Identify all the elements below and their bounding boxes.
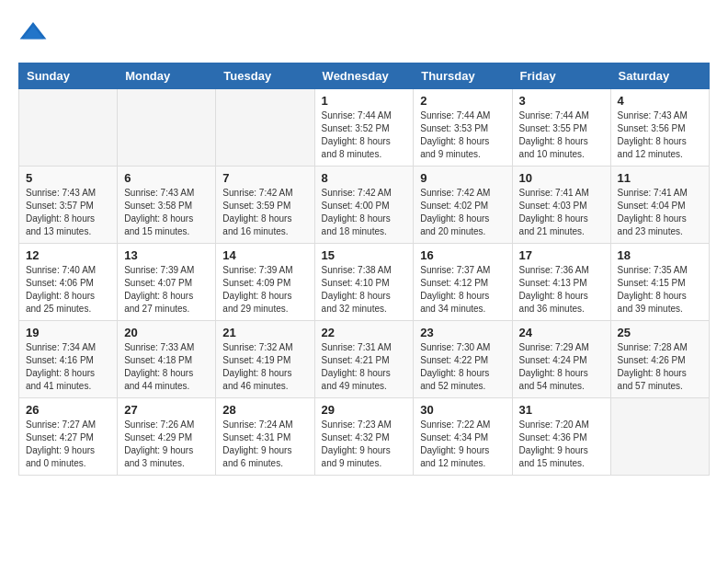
calendar-cell: 11Sunrise: 7:41 AM Sunset: 4:04 PM Dayli… — [610, 167, 709, 244]
calendar-cell: 8Sunrise: 7:42 AM Sunset: 4:00 PM Daylig… — [314, 167, 414, 244]
day-number: 15 — [322, 248, 407, 262]
day-number: 6 — [124, 171, 209, 185]
calendar-cell: 2Sunrise: 7:44 AM Sunset: 3:53 PM Daylig… — [414, 89, 512, 167]
day-info: Sunrise: 7:38 AM Sunset: 4:10 PM Dayligh… — [322, 264, 407, 316]
day-number: 23 — [420, 326, 505, 339]
calendar-cell: 17Sunrise: 7:36 AM Sunset: 4:13 PM Dayli… — [512, 244, 610, 321]
day-info: Sunrise: 7:33 AM Sunset: 4:18 PM Dayligh… — [124, 341, 209, 393]
calendar-cell: 29Sunrise: 7:23 AM Sunset: 4:32 PM Dayli… — [314, 398, 414, 476]
calendar-week-row: 1Sunrise: 7:44 AM Sunset: 3:52 PM Daylig… — [19, 89, 710, 167]
day-number: 20 — [124, 326, 209, 339]
day-info: Sunrise: 7:44 AM Sunset: 3:55 PM Dayligh… — [519, 109, 604, 161]
day-number: 8 — [322, 171, 407, 185]
day-number: 28 — [222, 403, 307, 417]
calendar-week-row: 26Sunrise: 7:27 AM Sunset: 4:27 PM Dayli… — [19, 398, 710, 476]
day-number: 9 — [420, 171, 505, 185]
calendar-header-row: SundayMondayTuesdayWednesdayThursdayFrid… — [19, 63, 710, 89]
day-info: Sunrise: 7:42 AM Sunset: 4:00 PM Dayligh… — [322, 187, 407, 238]
day-number: 11 — [618, 171, 702, 185]
calendar-week-row: 5Sunrise: 7:43 AM Sunset: 3:57 PM Daylig… — [19, 167, 710, 244]
day-info: Sunrise: 7:22 AM Sunset: 4:34 PM Dayligh… — [420, 419, 505, 470]
day-number: 29 — [322, 403, 407, 417]
calendar-week-row: 19Sunrise: 7:34 AM Sunset: 4:16 PM Dayli… — [19, 321, 710, 398]
calendar-cell: 7Sunrise: 7:42 AM Sunset: 3:59 PM Daylig… — [216, 167, 314, 244]
day-info: Sunrise: 7:37 AM Sunset: 4:12 PM Dayligh… — [420, 264, 505, 316]
day-info: Sunrise: 7:28 AM Sunset: 4:26 PM Dayligh… — [618, 341, 702, 393]
day-number: 14 — [222, 248, 307, 262]
calendar-cell: 3Sunrise: 7:44 AM Sunset: 3:55 PM Daylig… — [512, 89, 610, 167]
calendar-cell: 22Sunrise: 7:31 AM Sunset: 4:21 PM Dayli… — [314, 321, 414, 398]
calendar-cell: 9Sunrise: 7:42 AM Sunset: 4:02 PM Daylig… — [414, 167, 512, 244]
day-info: Sunrise: 7:32 AM Sunset: 4:19 PM Dayligh… — [222, 341, 307, 393]
day-header-thursday: Thursday — [414, 63, 512, 89]
calendar-week-row: 12Sunrise: 7:40 AM Sunset: 4:06 PM Dayli… — [19, 244, 710, 321]
calendar-cell: 6Sunrise: 7:43 AM Sunset: 3:58 PM Daylig… — [118, 167, 216, 244]
day-number: 17 — [519, 248, 604, 262]
day-number: 18 — [618, 248, 702, 262]
day-info: Sunrise: 7:40 AM Sunset: 4:06 PM Dayligh… — [26, 264, 110, 316]
day-info: Sunrise: 7:41 AM Sunset: 4:04 PM Dayligh… — [618, 187, 702, 238]
day-number: 21 — [222, 326, 307, 339]
logo — [18, 18, 51, 48]
calendar-cell — [118, 89, 216, 167]
day-number: 7 — [222, 171, 307, 185]
calendar-cell — [216, 89, 314, 167]
day-number: 30 — [420, 403, 505, 417]
day-number: 26 — [26, 403, 110, 417]
calendar-cell: 31Sunrise: 7:20 AM Sunset: 4:36 PM Dayli… — [512, 398, 610, 476]
day-info: Sunrise: 7:39 AM Sunset: 4:07 PM Dayligh… — [124, 264, 209, 316]
calendar-cell: 10Sunrise: 7:41 AM Sunset: 4:03 PM Dayli… — [512, 167, 610, 244]
calendar-cell — [19, 89, 118, 167]
day-number: 3 — [519, 94, 604, 108]
calendar-table: SundayMondayTuesdayWednesdayThursdayFrid… — [18, 63, 710, 476]
calendar-cell: 15Sunrise: 7:38 AM Sunset: 4:10 PM Dayli… — [314, 244, 414, 321]
day-info: Sunrise: 7:43 AM Sunset: 3:57 PM Dayligh… — [26, 187, 110, 238]
day-info: Sunrise: 7:20 AM Sunset: 4:36 PM Dayligh… — [519, 419, 604, 470]
day-info: Sunrise: 7:44 AM Sunset: 3:52 PM Dayligh… — [322, 109, 407, 161]
day-info: Sunrise: 7:24 AM Sunset: 4:31 PM Dayligh… — [222, 419, 307, 470]
day-number: 31 — [519, 403, 604, 417]
day-number: 27 — [124, 403, 209, 417]
day-header-friday: Friday — [512, 63, 610, 89]
day-number: 5 — [26, 171, 110, 185]
day-number: 24 — [519, 326, 604, 339]
day-number: 4 — [618, 94, 702, 108]
day-number: 19 — [26, 326, 110, 339]
day-number: 12 — [26, 248, 110, 262]
day-info: Sunrise: 7:43 AM Sunset: 3:58 PM Dayligh… — [124, 187, 209, 238]
day-info: Sunrise: 7:42 AM Sunset: 3:59 PM Dayligh… — [222, 187, 307, 238]
page-header — [18, 18, 710, 48]
day-number: 1 — [322, 94, 407, 108]
day-number: 25 — [618, 326, 702, 339]
day-info: Sunrise: 7:30 AM Sunset: 4:22 PM Dayligh… — [420, 341, 505, 393]
calendar-cell: 28Sunrise: 7:24 AM Sunset: 4:31 PM Dayli… — [216, 398, 314, 476]
calendar-cell: 23Sunrise: 7:30 AM Sunset: 4:22 PM Dayli… — [414, 321, 512, 398]
day-header-tuesday: Tuesday — [216, 63, 314, 89]
day-header-sunday: Sunday — [19, 63, 118, 89]
calendar-cell: 24Sunrise: 7:29 AM Sunset: 4:24 PM Dayli… — [512, 321, 610, 398]
day-header-saturday: Saturday — [610, 63, 709, 89]
day-number: 2 — [420, 94, 505, 108]
calendar-cell: 4Sunrise: 7:43 AM Sunset: 3:56 PM Daylig… — [610, 89, 709, 167]
day-info: Sunrise: 7:31 AM Sunset: 4:21 PM Dayligh… — [322, 341, 407, 393]
day-info: Sunrise: 7:41 AM Sunset: 4:03 PM Dayligh… — [519, 187, 604, 238]
calendar-cell: 26Sunrise: 7:27 AM Sunset: 4:27 PM Dayli… — [19, 398, 118, 476]
day-header-wednesday: Wednesday — [314, 63, 414, 89]
calendar-cell: 5Sunrise: 7:43 AM Sunset: 3:57 PM Daylig… — [19, 167, 118, 244]
calendar-cell: 14Sunrise: 7:39 AM Sunset: 4:09 PM Dayli… — [216, 244, 314, 321]
calendar-cell: 12Sunrise: 7:40 AM Sunset: 4:06 PM Dayli… — [19, 244, 118, 321]
day-info: Sunrise: 7:23 AM Sunset: 4:32 PM Dayligh… — [322, 419, 407, 470]
calendar-cell: 21Sunrise: 7:32 AM Sunset: 4:19 PM Dayli… — [216, 321, 314, 398]
calendar-cell: 30Sunrise: 7:22 AM Sunset: 4:34 PM Dayli… — [414, 398, 512, 476]
calendar-cell: 13Sunrise: 7:39 AM Sunset: 4:07 PM Dayli… — [118, 244, 216, 321]
day-number: 16 — [420, 248, 505, 262]
logo-icon — [18, 18, 48, 48]
calendar-cell — [610, 398, 709, 476]
day-info: Sunrise: 7:29 AM Sunset: 4:24 PM Dayligh… — [519, 341, 604, 393]
day-info: Sunrise: 7:43 AM Sunset: 3:56 PM Dayligh… — [618, 109, 702, 161]
day-number: 22 — [322, 326, 407, 339]
day-info: Sunrise: 7:39 AM Sunset: 4:09 PM Dayligh… — [222, 264, 307, 316]
day-info: Sunrise: 7:35 AM Sunset: 4:15 PM Dayligh… — [618, 264, 702, 316]
calendar-cell: 27Sunrise: 7:26 AM Sunset: 4:29 PM Dayli… — [118, 398, 216, 476]
day-number: 13 — [124, 248, 209, 262]
